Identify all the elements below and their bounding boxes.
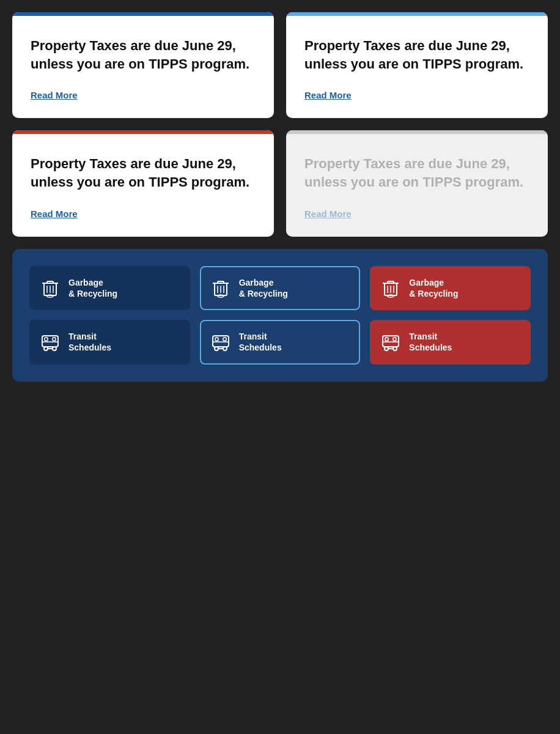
- garbage-icon-dark: [39, 277, 61, 299]
- svg-rect-47: [393, 338, 396, 341]
- transit-outline-label: TransitSchedules: [239, 331, 282, 353]
- card-4: Property Taxes are due June 29, unless y…: [286, 130, 548, 236]
- transit-icon-dark: [39, 331, 61, 353]
- transit-red-button[interactable]: TransitSchedules: [370, 320, 531, 364]
- svg-point-36: [223, 347, 227, 350]
- transit-dark-button[interactable]: TransitSchedules: [29, 320, 190, 364]
- service-grid: Garbage& Recycling Garbage& Recycling: [29, 266, 531, 365]
- garbage-icon-red: [380, 277, 402, 299]
- garbage-outline-button[interactable]: Garbage& Recycling: [200, 266, 361, 310]
- transit-outline-button[interactable]: TransitSchedules: [200, 320, 361, 364]
- card-2: Property Taxes are due June 29, unless y…: [286, 12, 548, 118]
- svg-point-43: [393, 347, 397, 350]
- svg-point-35: [215, 347, 218, 350]
- transit-red-label: TransitSchedules: [409, 331, 452, 353]
- transit-icon-outline: [210, 331, 232, 353]
- card-1-read-more[interactable]: Read More: [31, 90, 78, 100]
- card-1: Property Taxes are due June 29, unless y…: [12, 12, 274, 118]
- card-4-read-more[interactable]: Read More: [304, 209, 352, 219]
- card-3-text: Property Taxes are due June 29, unless y…: [31, 155, 256, 191]
- svg-rect-46: [385, 338, 388, 341]
- garbage-outline-label: Garbage& Recycling: [239, 277, 288, 299]
- transit-icon-red: [380, 331, 402, 353]
- svg-point-28: [44, 347, 48, 350]
- card-1-text: Property Taxes are due June 29, unless y…: [31, 37, 256, 73]
- cards-row-2: Property Taxes are due June 29, unless y…: [12, 130, 548, 236]
- card-4-text: Property Taxes are due June 29, unless y…: [304, 155, 529, 191]
- transit-dark-label: TransitSchedules: [68, 331, 111, 353]
- card-3-read-more[interactable]: Read More: [31, 209, 78, 219]
- card-2-text: Property Taxes are due June 29, unless y…: [304, 37, 529, 73]
- garbage-red-label: Garbage& Recycling: [409, 277, 458, 299]
- garbage-icon-outline: [210, 277, 232, 299]
- card-2-read-more[interactable]: Read More: [304, 90, 352, 100]
- garbage-dark-label: Garbage& Recycling: [68, 277, 117, 299]
- svg-rect-39: [215, 338, 218, 341]
- svg-rect-40: [223, 338, 226, 341]
- svg-point-29: [53, 347, 56, 350]
- service-section: Garbage& Recycling Garbage& Recycling: [12, 249, 548, 382]
- cards-row-1: Property Taxes are due June 29, unless y…: [12, 12, 548, 118]
- garbage-dark-button[interactable]: Garbage& Recycling: [29, 266, 190, 310]
- svg-point-42: [385, 347, 388, 350]
- garbage-red-button[interactable]: Garbage& Recycling: [370, 266, 531, 310]
- svg-rect-32: [45, 338, 48, 341]
- svg-rect-33: [53, 338, 56, 341]
- card-3: Property Taxes are due June 29, unless y…: [12, 130, 274, 236]
